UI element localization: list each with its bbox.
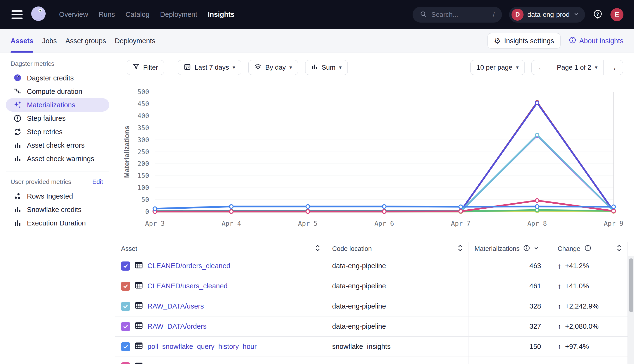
- prev-page-button[interactable]: ←: [532, 60, 551, 75]
- code-location-cell: snowflake_insights: [326, 337, 469, 356]
- data-point-marker[interactable]: [612, 205, 616, 209]
- alert-circle-icon: [13, 114, 22, 123]
- nav-item-insights[interactable]: Insights: [208, 10, 234, 18]
- series-checkbox[interactable]: [121, 322, 130, 331]
- data-point-marker[interactable]: [153, 207, 157, 210]
- main-panel: Filter Last 7 days ▾ By day ▾: [115, 53, 634, 364]
- data-point-marker[interactable]: [535, 101, 539, 104]
- sidebar-item-step-failures[interactable]: Step failures: [6, 112, 109, 125]
- asset-link[interactable]: RAW_DATA/users: [148, 302, 204, 310]
- data-point-marker[interactable]: [459, 205, 462, 209]
- series-checkbox[interactable]: [121, 362, 130, 364]
- data-point-marker[interactable]: [230, 205, 233, 208]
- table-scrollbar[interactable]: [628, 256, 634, 364]
- column-header-code-location[interactable]: Code location: [326, 242, 469, 256]
- data-point-marker[interactable]: [535, 208, 539, 212]
- primary-nav: OverviewRunsCatalogDeploymentInsights: [59, 10, 234, 18]
- sidebar-item-materializations[interactable]: Materializations: [6, 98, 109, 112]
- search-input[interactable]: Search... /: [412, 7, 502, 22]
- y-axis-title: Materializations: [123, 126, 131, 178]
- column-header-materializations[interactable]: Materializations: [469, 242, 552, 256]
- change-value: +2,242.9%: [565, 302, 598, 310]
- arrow-up-icon: ↑: [558, 262, 561, 270]
- series-checkbox[interactable]: [121, 262, 130, 270]
- series-checkbox[interactable]: [121, 282, 130, 291]
- asset-link[interactable]: CLEANED/…: [148, 363, 189, 364]
- edit-metrics-link[interactable]: Edit: [92, 178, 103, 186]
- nav-item-runs[interactable]: Runs: [99, 10, 115, 18]
- asset-link[interactable]: RAW_DATA/orders: [148, 322, 206, 330]
- svg-text:?: ?: [596, 11, 600, 17]
- chart-toolbar: Filter Last 7 days ▾ By day ▾: [115, 53, 634, 75]
- data-point-marker[interactable]: [612, 209, 616, 213]
- insights-sub-nav: AssetsJobsAsset groupsDeployments ⚙ Insi…: [0, 29, 634, 53]
- materializations-cell: 47: [469, 357, 552, 364]
- data-point-marker[interactable]: [230, 210, 233, 214]
- insights-tabs: AssetsJobsAsset groupsDeployments: [10, 29, 156, 52]
- sort-icon[interactable]: [458, 244, 463, 253]
- change-value: +41.0%: [565, 282, 589, 290]
- deployment-switcher[interactable]: D data-eng-prod: [509, 7, 585, 22]
- granularity-select[interactable]: By day ▾: [248, 60, 298, 75]
- help-icon[interactable]: ?: [592, 9, 603, 21]
- next-page-button[interactable]: →: [603, 60, 623, 75]
- data-point-marker[interactable]: [382, 210, 386, 214]
- data-point-marker[interactable]: [535, 133, 539, 137]
- data-point-marker[interactable]: [306, 205, 310, 208]
- column-header-change[interactable]: Change: [552, 242, 628, 256]
- about-insights-link[interactable]: About Insights: [569, 36, 624, 46]
- user-avatar[interactable]: E: [610, 8, 624, 21]
- data-point-marker[interactable]: [382, 205, 386, 208]
- materializations-cell: 150: [469, 337, 552, 356]
- sidebar-item-snowflake-credits[interactable]: Snowflake credits: [6, 203, 109, 216]
- table-row: CLEANED/…data-eng-pipeline47↑+2,244.4%: [115, 357, 634, 364]
- scrollbar-thumb[interactable]: [629, 258, 633, 312]
- sidebar-item-rows-ingested[interactable]: Rows Ingested: [6, 190, 109, 203]
- insights-settings-button[interactable]: ⚙ Insights settings: [488, 33, 561, 48]
- series-checkbox[interactable]: [121, 302, 130, 311]
- sidebar-item-execution-duration[interactable]: Execution Duration: [6, 216, 109, 230]
- tab-assets[interactable]: Assets: [10, 29, 34, 52]
- tab-deployments[interactable]: Deployments: [115, 29, 156, 52]
- data-point-marker[interactable]: [535, 205, 539, 208]
- hamburger-menu-icon[interactable]: [12, 10, 22, 19]
- info-icon[interactable]: [584, 244, 592, 253]
- nav-item-deployment[interactable]: Deployment: [160, 10, 198, 18]
- data-point-marker[interactable]: [306, 210, 310, 214]
- page-select[interactable]: Page 1 of 2 ▾: [551, 60, 603, 75]
- sidebar-item-asset-check-errors[interactable]: Asset check errors: [6, 138, 109, 152]
- sort-icon[interactable]: [616, 244, 622, 253]
- tab-asset-groups[interactable]: Asset groups: [65, 29, 106, 52]
- asset-link[interactable]: CLEANED/users_cleaned: [148, 282, 228, 290]
- per-page-select[interactable]: 10 per page ▾: [470, 60, 525, 75]
- sidebar-item-dagster-credits[interactable]: Dagster credits: [6, 71, 109, 85]
- materializations-cell: 328: [469, 296, 552, 316]
- nav-item-catalog[interactable]: Catalog: [126, 10, 150, 18]
- bar-chart-icon: [311, 64, 318, 72]
- asset-link[interactable]: CLEANED/orders_cleaned: [148, 262, 230, 270]
- asset-link[interactable]: poll_snowflake_query_history_hour: [148, 343, 257, 350]
- calendar-icon: [184, 63, 191, 72]
- arrow-up-icon: ↑: [558, 322, 561, 331]
- data-point-marker[interactable]: [535, 199, 539, 202]
- info-icon[interactable]: [523, 244, 530, 253]
- tab-jobs[interactable]: Jobs: [42, 29, 57, 52]
- filter-button[interactable]: Filter: [127, 60, 164, 75]
- sidebar-item-step-retries[interactable]: Step retries: [6, 125, 109, 138]
- series-checkbox[interactable]: [121, 342, 130, 351]
- arrow-right-icon: →: [609, 63, 617, 72]
- chevron-down-icon[interactable]: [534, 245, 539, 252]
- deployment-name: data-eng-prod: [527, 11, 570, 18]
- sort-icon[interactable]: [315, 244, 320, 253]
- dagster-logo-icon[interactable]: [29, 5, 48, 24]
- data-point-marker[interactable]: [459, 210, 462, 213]
- column-header-asset[interactable]: Asset: [115, 242, 326, 256]
- bar-chart-icon: [13, 154, 22, 163]
- sidebar-item-asset-check-warnings[interactable]: Asset check warnings: [6, 152, 109, 166]
- chart-series: [153, 100, 616, 213]
- change-cell: ↑+97.4%: [552, 337, 628, 356]
- date-range-select[interactable]: Last 7 days ▾: [178, 60, 241, 75]
- aggregation-select[interactable]: Sum ▾: [305, 60, 348, 75]
- sidebar-item-compute-duration[interactable]: Compute duration: [6, 85, 109, 98]
- nav-item-overview[interactable]: Overview: [59, 10, 88, 18]
